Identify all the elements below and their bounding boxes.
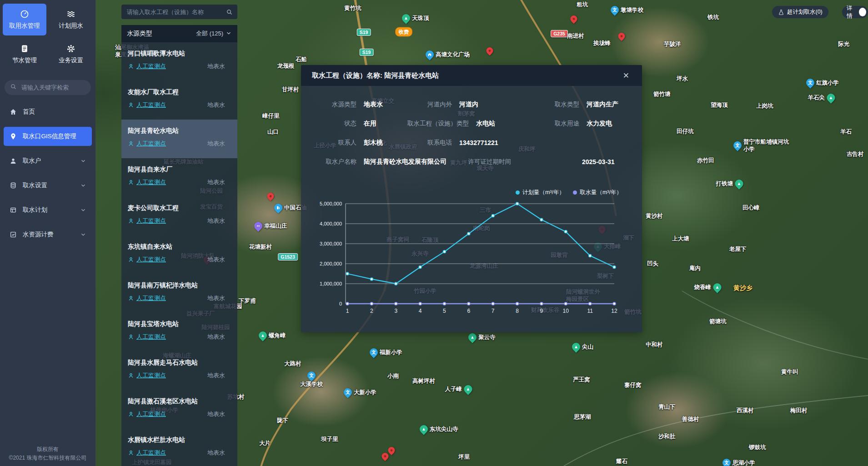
station-list-item[interactable]: 陆河县宝塔水电站人工监测点地表水 — [121, 313, 237, 351]
station-search-input[interactable] — [126, 8, 226, 16]
road-badge: S19 — [360, 49, 374, 56]
module-button-1[interactable]: 计划用水 — [49, 4, 93, 35]
station-list-item[interactable]: 麦卡公司取水工程人工监测点地表水 — [121, 197, 237, 236]
svg-text:2,000,000: 2,000,000 — [320, 261, 342, 266]
map-poi[interactable]: 文普宁市船埔镇河坑小学 — [733, 138, 793, 153]
poi-label: 打铁塘 — [716, 180, 733, 188]
sidebar-item-0[interactable]: 首页 — [4, 102, 92, 121]
monitor-link[interactable]: 人工监测点 — [128, 333, 166, 341]
map-poi[interactable]: 烧香嶂 — [694, 283, 722, 291]
module-button-2[interactable]: 节水管理 — [3, 38, 46, 70]
sidebar-item-4[interactable]: 取水计划 — [4, 200, 92, 220]
map-poi[interactable]: 螺角嶂 — [259, 331, 286, 340]
map-place-label: 芋陂洋 — [664, 40, 681, 48]
search-icon[interactable] — [226, 9, 233, 15]
map-poi[interactable]: 羊石尖 — [808, 94, 835, 102]
map-place-label: 黄沙乡 — [733, 284, 753, 292]
red-map-pin-icon[interactable] — [487, 47, 493, 54]
map-poi[interactable]: 文墩塘学校 — [611, 6, 643, 14]
monitor-link[interactable]: 人工监测点 — [128, 371, 166, 380]
map-poi[interactable]: 聚云寺 — [468, 333, 496, 341]
sidebar-search[interactable] — [5, 80, 91, 95]
map-place-label: 耀石 — [616, 458, 627, 466]
map-poi[interactable]: 文红旗小学 — [806, 79, 839, 87]
red-map-pin-icon[interactable] — [267, 193, 274, 200]
map-place-label: 西溪村 — [737, 407, 754, 415]
map-poi[interactable]: 高塘文化广场 — [426, 50, 470, 59]
station-list-item[interactable]: 陆河县激石溪老区水电站人工监测点地表水 — [121, 390, 237, 429]
map-place-label: 田心嶂 — [743, 204, 760, 212]
monitor-link[interactable]: 人工监测点 — [128, 256, 166, 264]
monitor-link[interactable]: 人工监测点 — [128, 62, 166, 70]
station-name: 陆河县青砼水电站 — [128, 127, 225, 135]
svg-text:4: 4 — [419, 308, 422, 314]
monitor-link[interactable]: 人工监测点 — [128, 294, 166, 302]
module-button-0[interactable]: 取用水管理 — [3, 4, 46, 35]
mountain-pin-icon — [570, 341, 582, 352]
map-poi[interactable]: 打铁塘 — [716, 180, 743, 188]
red-map-pin-icon[interactable] — [382, 453, 389, 460]
legend-item[interactable]: 取水量（m³/年） — [573, 189, 622, 196]
station-list-item[interactable]: 陆河县南万镇杞洋水电站人工监测点地表水 — [121, 274, 237, 313]
toggle-knob[interactable] — [859, 8, 866, 16]
monitor-link[interactable]: 人工监测点 — [128, 410, 166, 418]
red-map-pin-icon[interactable] — [571, 15, 577, 22]
legend-dot — [573, 190, 577, 195]
close-icon[interactable]: ✕ — [621, 70, 631, 81]
field-label: 联系电话 — [407, 139, 452, 147]
map-poi[interactable]: 天珠顶 — [402, 14, 429, 22]
station-list-item[interactable]: 陆河县水唇走马石水电站人工监测点地表水 — [121, 351, 237, 390]
sidebar-item-1[interactable]: 取水口GIS信息管理 — [4, 127, 92, 146]
module-label: 业务设置 — [59, 56, 83, 65]
road-badge: G235 — [551, 30, 568, 37]
sidebar-menu: 首页取水口GIS信息管理取水户取水设置取水计划水资源计费 — [0, 95, 95, 244]
legend-item[interactable]: 计划量（m³/年） — [516, 189, 565, 196]
map-poi[interactable]: 人子嶂 — [445, 385, 472, 393]
map-place-label: 箭竹塘 — [653, 90, 671, 98]
red-map-pin-icon[interactable] — [388, 447, 395, 454]
over-plan-button[interactable]: 超计划取水(0) — [772, 6, 828, 18]
map-poi[interactable]: 文大新小学 — [344, 388, 376, 396]
water-source-label: 地表水 — [207, 101, 225, 109]
map-poi[interactable]: 幸福山庄 — [254, 222, 287, 230]
person-icon — [128, 102, 134, 108]
sidebar-search-input[interactable] — [20, 84, 85, 91]
station-panel: 水源类型 全部 (125) 河口镇唱歌潭水电站人工监测点地表水友能水厂取水工程人… — [121, 25, 237, 466]
station-list-item[interactable]: 水唇镇水栏肚水电站人工监测点地表水 — [121, 429, 237, 466]
monitor-label: 人工监测点 — [136, 333, 166, 341]
station-search[interactable] — [121, 5, 237, 19]
detail-cell: 状态在用 — [312, 120, 407, 128]
station-list-item[interactable]: 陆河县青砼水电站人工监测点地表水 — [121, 120, 237, 158]
station-list-item[interactable]: 友能水厂取水工程人工监测点地表水 — [121, 81, 237, 120]
map-poi[interactable]: 文福新小学 — [370, 348, 402, 356]
monitor-link[interactable]: 人工监测点 — [128, 178, 166, 186]
copyright-line1: 版权所有 — [0, 445, 95, 454]
water-source-label: 地表水 — [207, 449, 225, 457]
sidebar-item-3[interactable]: 取水设置 — [4, 176, 92, 195]
red-map-pin-icon[interactable] — [618, 33, 625, 40]
module-button-3[interactable]: 业务设置 — [49, 38, 93, 70]
map-poi[interactable]: 东坑尖山寺 — [420, 425, 458, 433]
map-poi[interactable]: 文思湖小学 — [722, 459, 755, 466]
monitor-label: 人工监测点 — [136, 178, 166, 186]
svg-text:7: 7 — [492, 308, 495, 314]
filter-select[interactable]: 全部 (125) — [196, 30, 232, 38]
monitor-link[interactable]: 人工监测点 — [128, 217, 166, 225]
doc-icon — [20, 44, 29, 53]
sidebar-item-2[interactable]: 取水户 — [4, 151, 92, 170]
monitor-link[interactable]: 人工监测点 — [128, 140, 166, 148]
monitor-link[interactable]: 人工监测点 — [128, 449, 166, 457]
map-poi[interactable]: 文大溪学校 — [300, 371, 323, 388]
sidebar-item-5[interactable]: 水资源计费 — [4, 225, 92, 244]
poi-label: 东坑尖山寺 — [430, 426, 458, 433]
station-list-item[interactable]: 陆河县自来水厂人工监测点地表水 — [121, 158, 237, 197]
sidebar-item-label: 取水户 — [23, 157, 74, 165]
map-place-label: 沙和肚 — [658, 433, 676, 441]
poi-pin-icon — [424, 49, 435, 60]
monitor-link[interactable]: 人工监测点 — [128, 101, 166, 109]
station-list-item[interactable]: 东坑镇自来水站人工监测点地表水 — [121, 236, 237, 274]
station-list-item[interactable]: 河口镇唱歌潭水电站人工监测点地表水 — [121, 42, 237, 81]
field-value: 地表水 — [364, 100, 383, 109]
detail-toggle[interactable]: 详情 — [842, 6, 868, 18]
map-poi[interactable]: 尖山 — [572, 343, 593, 351]
